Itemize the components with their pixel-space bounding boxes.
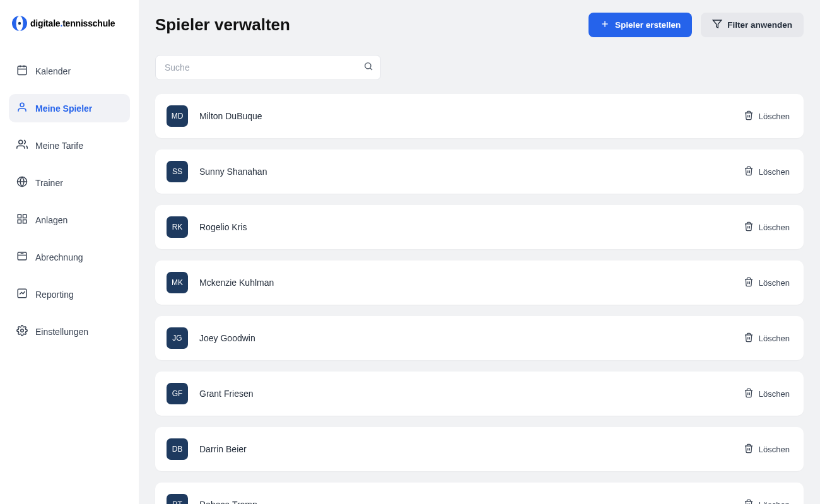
- svg-rect-14: [18, 220, 21, 223]
- delete-button[interactable]: Löschen: [744, 221, 790, 233]
- player-name: Rogelio Kris: [199, 222, 247, 232]
- player-name: Rebeca Tromp: [199, 500, 257, 504]
- player-row-left: RKRogelio Kris: [167, 216, 247, 238]
- trash-icon: [744, 499, 754, 505]
- globe-icon: [16, 176, 28, 189]
- avatar: MK: [167, 272, 188, 293]
- sidebar-item-einstellungen[interactable]: Einstellungen: [9, 317, 130, 346]
- svg-point-19: [21, 329, 24, 332]
- sidebar-item-label: Kalender: [35, 66, 71, 76]
- sidebar-item-label: Reporting: [35, 290, 74, 300]
- delete-button[interactable]: Löschen: [744, 388, 790, 400]
- player-name: Milton DuBuque: [199, 111, 262, 121]
- sidebar-item-label: Anlagen: [35, 215, 67, 225]
- avatar: MD: [167, 105, 188, 127]
- brand-text: digitale.tennisschule: [30, 18, 115, 28]
- player-row[interactable]: RTRebeca TrompLöschen: [155, 483, 804, 504]
- trash-icon: [744, 221, 754, 233]
- plus-icon: [600, 19, 610, 31]
- player-name: Mckenzie Kuhlman: [199, 278, 274, 288]
- delete-button[interactable]: Löschen: [744, 110, 790, 122]
- create-player-button[interactable]: Spieler erstellen: [589, 13, 692, 37]
- svg-point-2: [18, 22, 21, 25]
- player-name: Sunny Shanahan: [199, 167, 267, 177]
- brand-logo: digitale.tennisschule: [9, 15, 130, 32]
- sidebar-item-label: Meine Tarife: [35, 141, 83, 151]
- sidebar-item-anlagen[interactable]: Anlagen: [9, 206, 130, 234]
- trash-icon: [744, 443, 754, 455]
- trash-icon: [744, 277, 754, 289]
- sidebar-item-label: Einstellungen: [35, 327, 88, 337]
- player-row-left: JGJoey Goodwin: [167, 327, 255, 349]
- sidebar-item-meine-spieler[interactable]: Meine Spieler: [9, 94, 130, 122]
- delete-button[interactable]: Löschen: [744, 499, 790, 505]
- search-wrap: [155, 55, 381, 80]
- delete-label: Löschen: [759, 167, 790, 177]
- player-row-left: RTRebeca Tromp: [167, 494, 257, 504]
- player-row-left: GFGrant Friesen: [167, 383, 254, 404]
- calendar-icon: [16, 64, 28, 78]
- delete-label: Löschen: [759, 334, 790, 343]
- settings-icon: [16, 325, 28, 338]
- delete-label: Löschen: [759, 223, 790, 232]
- avatar: JG: [167, 327, 188, 349]
- create-player-label: Spieler erstellen: [615, 20, 681, 30]
- apply-filter-button[interactable]: Filter anwenden: [701, 13, 804, 37]
- delete-button[interactable]: Löschen: [744, 332, 790, 344]
- svg-point-7: [20, 103, 24, 107]
- sidebar-item-abrechnung[interactable]: Abrechnung: [9, 243, 130, 271]
- sidebar-item-trainer[interactable]: Trainer: [9, 168, 130, 197]
- apply-filter-label: Filter anwenden: [727, 20, 792, 30]
- sidebar-item-label: Meine Spieler: [35, 103, 92, 114]
- player-row[interactable]: DBDarrin BeierLöschen: [155, 427, 804, 471]
- player-row[interactable]: MKMckenzie KuhlmanLöschen: [155, 261, 804, 305]
- player-row-left: SSSunny Shanahan: [167, 161, 267, 182]
- player-name: Joey Goodwin: [199, 333, 255, 343]
- header-actions: Spieler erstellen Filter anwenden: [589, 13, 804, 37]
- delete-button[interactable]: Löschen: [744, 277, 790, 289]
- avatar: DB: [167, 438, 188, 460]
- player-row[interactable]: JGJoey GoodwinLöschen: [155, 316, 804, 360]
- avatar: SS: [167, 161, 188, 182]
- svg-rect-13: [23, 220, 26, 223]
- svg-rect-12: [23, 214, 26, 218]
- sidebar-item-label: Abrechnung: [35, 252, 83, 262]
- delete-label: Löschen: [759, 112, 790, 121]
- player-name: Darrin Beier: [199, 444, 247, 454]
- player-row[interactable]: SSSunny ShanahanLöschen: [155, 149, 804, 194]
- users-icon: [16, 139, 28, 152]
- delete-label: Löschen: [759, 278, 790, 288]
- player-row[interactable]: MDMilton DuBuqueLöschen: [155, 94, 804, 138]
- svg-point-8: [19, 140, 23, 144]
- delete-button[interactable]: Löschen: [744, 166, 790, 178]
- player-list: MDMilton DuBuqueLöschenSSSunny ShanahanL…: [155, 94, 804, 504]
- player-row-left: MDMilton DuBuque: [167, 105, 262, 127]
- page-header: Spieler verwalten Spieler erstellen Filt…: [155, 13, 804, 37]
- svg-rect-11: [18, 214, 21, 218]
- player-row-left: DBDarrin Beier: [167, 438, 247, 460]
- sidebar-item-meine-tarife[interactable]: Meine Tarife: [9, 131, 130, 160]
- trash-icon: [744, 110, 754, 122]
- svg-marker-22: [713, 20, 722, 28]
- sidebar-item-label: Trainer: [35, 178, 63, 188]
- avatar: RT: [167, 494, 188, 504]
- delete-button[interactable]: Löschen: [744, 443, 790, 455]
- trash-icon: [744, 166, 754, 178]
- filter-icon: [712, 19, 722, 31]
- grid-icon: [16, 213, 28, 226]
- player-name: Grant Friesen: [199, 389, 254, 399]
- player-row[interactable]: RKRogelio KrisLöschen: [155, 205, 804, 249]
- sidebar-item-reporting[interactable]: Reporting: [9, 280, 130, 308]
- delete-label: Löschen: [759, 445, 790, 454]
- delete-label: Löschen: [759, 389, 790, 399]
- player-row[interactable]: GFGrant FriesenLöschen: [155, 372, 804, 416]
- player-row-left: MKMckenzie Kuhlman: [167, 272, 274, 293]
- chart-icon: [16, 288, 28, 301]
- search-input[interactable]: [155, 55, 381, 80]
- sidebar-item-kalender[interactable]: Kalender: [9, 57, 130, 85]
- main-content: Spieler verwalten Spieler erstellen Filt…: [139, 0, 820, 504]
- sidebar: digitale.tennisschule KalenderMeine Spie…: [0, 0, 139, 504]
- delete-label: Löschen: [759, 500, 790, 505]
- avatar: RK: [167, 216, 188, 238]
- svg-rect-3: [18, 66, 26, 75]
